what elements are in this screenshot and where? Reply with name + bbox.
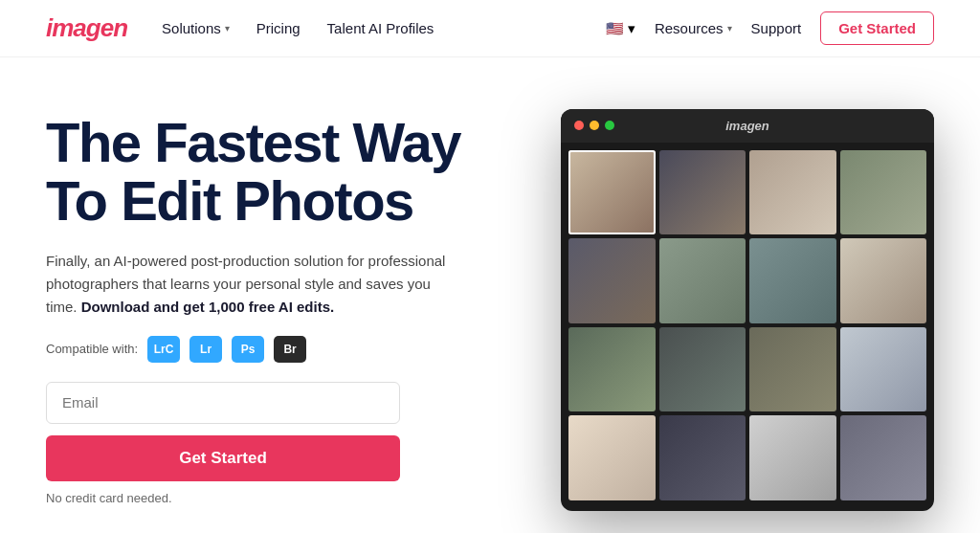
hero-description: Finally, an AI-powered post-production s… xyxy=(46,250,448,319)
photo-cell xyxy=(568,327,656,412)
photo-cell xyxy=(568,150,656,235)
badge-lightroom-classic: LrC xyxy=(147,336,180,363)
app-window: imagen xyxy=(561,109,934,511)
disclaimer: No credit card needed. xyxy=(46,491,480,505)
logo[interactable]: imagen xyxy=(46,13,127,43)
badge-lightroom: Lr xyxy=(189,336,222,363)
window-controls xyxy=(574,121,614,130)
language-selector[interactable]: 🇺🇸 ▾ xyxy=(606,20,635,37)
hero-get-started-button[interactable]: Get Started xyxy=(46,435,400,481)
photo-cell xyxy=(749,415,836,500)
hero-right: imagen xyxy=(500,109,934,511)
app-window-title: imagen xyxy=(725,119,769,133)
close-dot[interactable] xyxy=(574,121,584,130)
nav-talent-ai-profiles[interactable]: Talent AI Profiles xyxy=(327,20,434,36)
nav-solutions[interactable]: Solutions ▾ xyxy=(162,20,230,36)
photo-cell xyxy=(749,238,836,323)
photo-cell xyxy=(840,238,927,323)
compatible-row: Compatible with: LrC Lr Ps Br xyxy=(46,336,480,363)
app-titlebar: imagen xyxy=(561,109,934,143)
minimize-dot[interactable] xyxy=(590,121,599,130)
maximize-dot[interactable] xyxy=(605,121,614,130)
chevron-down-icon: ▾ xyxy=(727,23,732,33)
photo-cell xyxy=(749,150,836,235)
photo-cell xyxy=(840,415,927,500)
photo-cell xyxy=(840,150,927,235)
nav-get-started-button[interactable]: Get Started xyxy=(820,11,934,45)
hero-section: The Fastest Way To Edit Photos Finally, … xyxy=(0,57,980,533)
compatible-label: Compatible with: xyxy=(46,342,138,356)
nav-resources[interactable]: Resources ▾ xyxy=(655,20,732,36)
email-input[interactable] xyxy=(62,394,384,411)
photo-cell xyxy=(659,238,746,323)
photo-cell xyxy=(840,327,927,412)
hero-left: The Fastest Way To Edit Photos Finally, … xyxy=(46,114,500,505)
chevron-down-icon: ▾ xyxy=(628,20,635,37)
nav-pricing[interactable]: Pricing xyxy=(256,20,301,36)
email-input-wrapper[interactable] xyxy=(46,382,400,424)
photo-cell xyxy=(659,415,746,500)
nav-support[interactable]: Support xyxy=(751,20,802,36)
hero-title: The Fastest Way To Edit Photos xyxy=(46,114,480,231)
badge-photoshop: Ps xyxy=(232,336,264,363)
badge-bridge: Br xyxy=(274,336,306,363)
photo-cell xyxy=(659,327,746,412)
photo-cell xyxy=(659,150,746,235)
photo-cell xyxy=(749,327,836,412)
chevron-down-icon: ▾ xyxy=(225,23,230,33)
photo-grid xyxy=(561,143,934,508)
photo-cell xyxy=(568,238,656,323)
photo-cell xyxy=(568,415,656,500)
navbar: imagen Solutions ▾ Pricing Talent AI Pro… xyxy=(0,0,980,57)
